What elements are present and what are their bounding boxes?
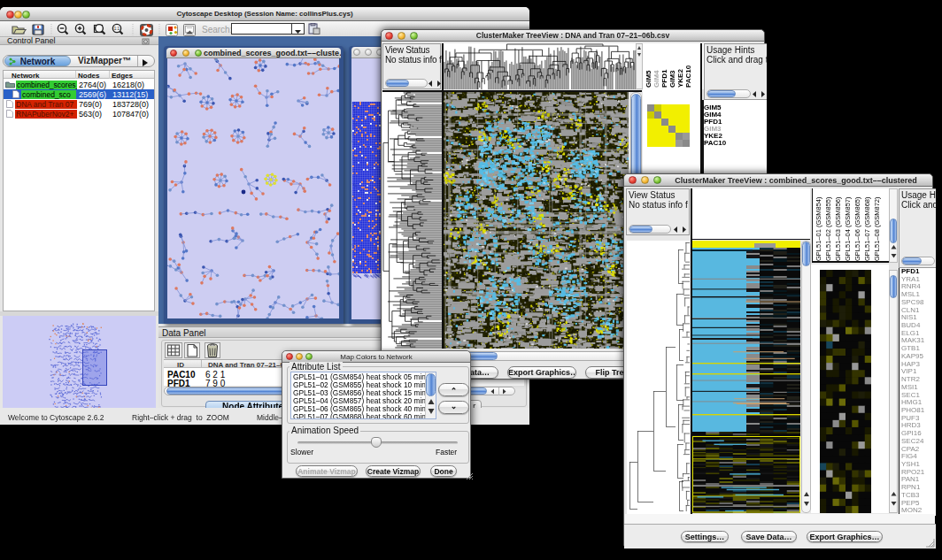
svg-text:1:1: 1:1 <box>114 27 120 31</box>
